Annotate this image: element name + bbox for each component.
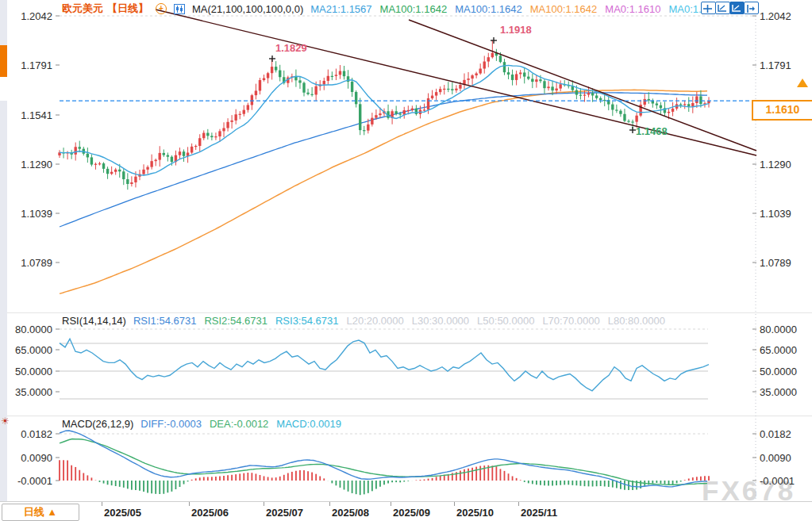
y-axis-label: 1.1039: [5, 208, 52, 220]
rsi-value-label: RSI2:54.6731: [204, 315, 267, 327]
y-axis-label: -0.0001: [5, 475, 52, 487]
date-tick: [454, 502, 455, 506]
date-label: 2025/05: [104, 507, 141, 519]
left-toolbar-segment[interactable]: [0, 77, 7, 101]
y-axis-label: 1.2042: [5, 10, 52, 22]
date-label: 2025/07: [266, 507, 303, 519]
y-axis-label: 0.0182: [5, 428, 52, 440]
period-tag: 【日线】: [107, 2, 148, 16]
y-axis-label: 1.1791: [760, 59, 791, 71]
date-tick: [518, 502, 519, 506]
macd-legend: MACD(26,12,9) DIFF:-0.0003DEA:-0.0012MAC…: [62, 418, 341, 430]
y-axis-label: 0.0090: [760, 452, 791, 464]
chart-type-icon[interactable]: [174, 4, 185, 14]
ma-value-label: MA100:1.1642: [380, 3, 448, 15]
ma-settings-label: MA(21,100,100,100,0,0): [192, 3, 303, 15]
time-axis-bar: 日线 ▲ 2025/052025/062025/072025/082025/09…: [0, 501, 812, 521]
rsi-value-label: L50:50.0000: [477, 315, 534, 327]
symbol-title: 欧元美元: [62, 2, 103, 16]
date-label: 2025/10: [456, 507, 494, 519]
macd-value-label: DEA:-0.0012: [210, 418, 268, 430]
rsi-legend: RSI(14,14,14) RSI1:54.6731RSI2:54.6731RS…: [62, 315, 665, 327]
ma-value-label: MA100:1.1642: [455, 3, 522, 15]
y-axis-label: 65.0000: [5, 344, 52, 356]
rsi-value-label: L20:20.0000: [346, 315, 403, 327]
y-axis-label: 1.0789: [760, 257, 791, 269]
y-axis-label: 35.0000: [760, 386, 797, 398]
date-tick: [329, 502, 330, 506]
pan-icon[interactable]: [701, 2, 716, 14]
latest-price-arrow-icon[interactable]: [797, 79, 808, 87]
y-axis-label: 1.1290: [5, 159, 52, 170]
date-tick: [264, 502, 264, 506]
add-indicator-icon[interactable]: +: [156, 3, 167, 14]
date-tick: [102, 502, 102, 506]
rsi-value-label: L30:30.0000: [412, 315, 469, 327]
collapse-panel-icon[interactable]: [744, 2, 759, 14]
y-axis-label: 35.0000: [5, 386, 52, 398]
y-axis-label: 1.1791: [5, 59, 52, 71]
y-axis-label: 1.1541: [5, 109, 52, 121]
date-label: 2025/09: [393, 507, 430, 519]
rsi-value-label: L80:80.0000: [608, 315, 665, 327]
y-axis-label: 80.0000: [5, 324, 52, 335]
macd-value-label: MACD:0.0019: [276, 418, 341, 430]
price-annotation: 1.1829: [275, 42, 307, 54]
main-chart-legend: 欧元美元 【日线】 + MA(21,100,100,100,0,0) MA21:…: [62, 2, 707, 16]
y-axis-label: 0.0090: [5, 452, 52, 464]
date-label: 2025/11: [521, 507, 557, 519]
y-axis-label: 65.0000: [760, 344, 797, 356]
date-tick: [189, 502, 190, 506]
y-axis-label: 1.1039: [760, 208, 791, 220]
price-annotation: 1.1918: [500, 24, 532, 36]
y-axis-label: 80.0000: [760, 324, 797, 335]
y-axis-label: 1.2042: [760, 10, 791, 22]
y-axis-label: 50.0000: [5, 366, 52, 377]
macd-title: MACD(26,12,9): [62, 418, 133, 430]
ma-value-label: MA0:1.1610: [605, 3, 660, 15]
current-price-badge: 1.1610: [752, 100, 812, 121]
chart-canvas[interactable]: [0, 0, 812, 521]
axis-scale-icon[interactable]: [715, 2, 730, 14]
y-axis-label: 0.0182: [760, 428, 791, 440]
rsi-value-label: RSI1:54.6731: [133, 315, 197, 327]
date-label: 2025/08: [332, 507, 369, 519]
y-axis-label: -0.0001: [760, 475, 795, 487]
rsi-value-label: RSI3:54.6731: [275, 315, 339, 327]
period-selector-button[interactable]: 日线 ▲: [2, 504, 79, 521]
ma-value-label: MA21:1.1567: [310, 3, 371, 15]
date-tick: [391, 502, 391, 506]
date-label: 2025/06: [191, 507, 229, 519]
macd-value-label: DIFF:-0.0003: [140, 418, 202, 430]
rsi-title: RSI(14,14,14): [62, 315, 126, 327]
forex-chart-app: { "header": { "symbol": "欧元美元", "period_…: [0, 0, 812, 521]
rsi-value-label: L70:70.0000: [542, 315, 599, 327]
macd-values: DIFF:-0.0003DEA:-0.0012MACD:0.0019: [140, 418, 341, 430]
y-axis-label: 1.1290: [760, 159, 791, 170]
ma-value-label: MA100:1.1642: [530, 3, 598, 15]
rsi-values: RSI1:54.6731RSI2:54.6731RSI3:54.6731L20:…: [133, 315, 665, 327]
indicator-settings-icon[interactable]: ☀: [1, 416, 10, 427]
price-annotation: 1.1468: [636, 125, 668, 137]
y-axis-label: 50.0000: [760, 366, 797, 377]
ma-values: MA21:1.1567MA100:1.1642MA100:1.1642MA100…: [310, 3, 707, 15]
y-axis-label: 1.0789: [5, 257, 52, 269]
axis-scale-active-icon[interactable]: [729, 2, 745, 14]
